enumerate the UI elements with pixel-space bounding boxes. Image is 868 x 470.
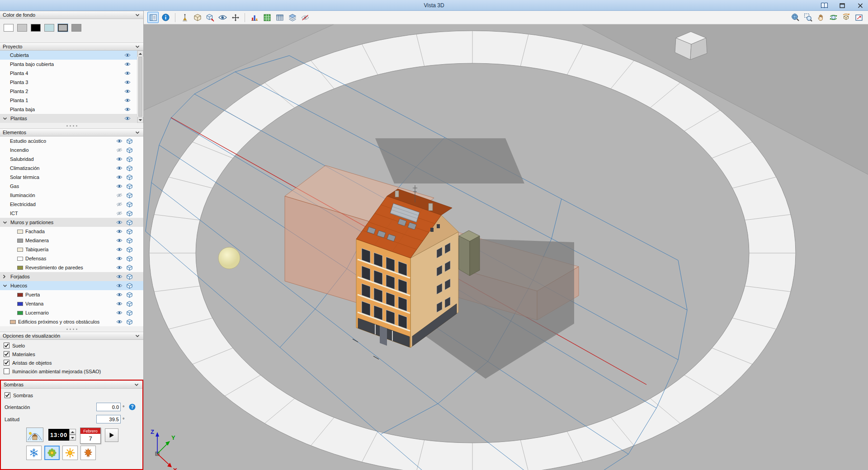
isolate-3d-cube-icon[interactable] <box>127 165 132 171</box>
background-swatch[interactable] <box>17 24 27 32</box>
hide-elements-icon[interactable] <box>299 12 311 23</box>
display-option-suelo[interactable]: Suelo <box>0 341 143 350</box>
latitude-input[interactable] <box>96 415 121 423</box>
visibility-eye-icon[interactable] <box>116 292 123 297</box>
green-plan-icon[interactable] <box>261 12 273 23</box>
splitter-handle[interactable] <box>0 123 143 128</box>
visibility-eye-icon[interactable] <box>116 139 123 143</box>
tree-group-muros-y-particiones[interactable]: Muros y particiones <box>0 218 143 227</box>
pan-hand-icon[interactable] <box>815 12 826 23</box>
autumn-season-button[interactable] <box>80 446 96 460</box>
box-select-icon[interactable] <box>204 12 216 23</box>
section-header-elements[interactable]: Elementos <box>0 128 143 136</box>
display-option-iluminacion-ambiental-mejorada-ssao[interactable]: Iluminación ambiental mejorada (SSAO) <box>0 367 143 376</box>
scroll-up-icon[interactable] <box>137 51 143 56</box>
visibility-eye-icon[interactable] <box>116 166 123 170</box>
isolate-3d-cube-icon[interactable] <box>127 247 132 253</box>
tree-item-edificios-proximos-y-otros-obstaculos[interactable]: Edificios próximos y otros obstáculos <box>0 317 143 326</box>
box-3d-icon[interactable] <box>192 12 203 23</box>
isolate-3d-cube-icon[interactable] <box>127 202 132 207</box>
section-header-background-color[interactable]: Color de fondo <box>0 11 143 19</box>
tree-item-climatizacion[interactable]: Climatización <box>0 164 143 173</box>
visibility-eye-icon[interactable] <box>124 98 131 103</box>
visibility-eye-icon[interactable] <box>116 157 123 161</box>
visibility-eye-off-icon[interactable] <box>116 148 123 152</box>
tree-item-defensas[interactable]: Defensas <box>0 254 143 263</box>
background-swatch[interactable] <box>71 24 81 32</box>
tree-item-lucernario[interactable]: Lucernario <box>0 308 143 317</box>
visibility-eye-off-icon[interactable] <box>116 202 123 207</box>
visibility-eye-icon[interactable] <box>116 265 123 270</box>
isolate-3d-cube-icon[interactable] <box>127 174 132 180</box>
tree-item-planta-baja[interactable]: Planta baja <box>0 105 143 114</box>
tree-item-electricidad[interactable]: Electricidad <box>0 200 143 209</box>
tree-item-salubridad[interactable]: Salubridad <box>0 155 143 164</box>
chevron-right-icon[interactable] <box>3 274 8 279</box>
isolate-3d-cube-icon[interactable] <box>127 292 132 298</box>
visibility-eye-icon[interactable] <box>116 310 123 315</box>
visibility-eye-icon[interactable] <box>116 301 123 306</box>
checkbox[interactable] <box>4 360 9 366</box>
checkbox[interactable] <box>4 351 9 357</box>
chevron-down-icon[interactable] <box>134 383 139 386</box>
visibility-eye-icon[interactable] <box>116 256 123 261</box>
visibility-eye-icon[interactable] <box>124 80 131 85</box>
isolate-3d-cube-icon[interactable] <box>127 156 132 162</box>
isolate-3d-cube-icon[interactable] <box>127 147 132 153</box>
chevron-down-icon[interactable] <box>135 14 140 17</box>
isolate-3d-cube-icon[interactable] <box>127 211 132 216</box>
visibility-eye-icon[interactable] <box>124 53 131 57</box>
background-swatch[interactable] <box>31 24 41 32</box>
tree-group-plantas[interactable]: Plantas <box>0 114 143 123</box>
chevron-down-icon[interactable] <box>3 117 8 120</box>
isolate-3d-cube-icon[interactable] <box>127 301 132 307</box>
visibility-eye-icon[interactable] <box>116 220 123 225</box>
info-icon[interactable] <box>160 12 171 23</box>
date-card[interactable]: Febrero 7 <box>80 428 101 444</box>
tree-item-planta-3[interactable]: Planta 3 <box>0 78 143 87</box>
chevron-down-icon[interactable] <box>3 284 8 287</box>
results-columns-icon[interactable] <box>249 12 260 23</box>
isolate-3d-cube-icon[interactable] <box>127 274 132 280</box>
tree-item-cubierta[interactable]: Cubierta <box>0 51 143 60</box>
chevron-down-icon[interactable] <box>3 221 8 224</box>
section-header-shadows[interactable]: Sombras <box>1 381 142 389</box>
help-icon[interactable]: ? <box>129 404 139 410</box>
display-option-aristas-de-objetos[interactable]: Aristas de objetos <box>0 358 143 367</box>
tree-item-planta-2[interactable]: Planta 2 <box>0 87 143 96</box>
isolate-3d-cube-icon[interactable] <box>127 193 132 198</box>
chevron-down-icon[interactable] <box>135 334 140 338</box>
visibility-eye-icon[interactable] <box>124 107 131 112</box>
isolate-3d-cube-icon[interactable] <box>127 229 132 235</box>
checkbox[interactable] <box>4 368 9 374</box>
tree-item-planta-1[interactable]: Planta 1 <box>0 96 143 105</box>
visibility-eye-icon[interactable] <box>124 116 131 121</box>
spinner-up-icon[interactable] <box>69 429 76 435</box>
play-button[interactable] <box>105 428 118 442</box>
table-icon[interactable] <box>274 12 285 23</box>
background-swatch[interactable] <box>4 24 14 32</box>
isolate-3d-cube-icon[interactable] <box>127 220 132 226</box>
viewport-3d[interactable]: Z Y X <box>144 24 868 470</box>
close-icon[interactable] <box>855 1 865 9</box>
visibility-eye-icon[interactable] <box>124 62 131 66</box>
sun-sphere[interactable] <box>218 247 240 269</box>
tree-group-huecos[interactable]: Huecos <box>0 281 143 290</box>
plumb-line-icon[interactable] <box>179 12 190 23</box>
visibility-eye-icon[interactable] <box>116 184 123 188</box>
tree-item-ict[interactable]: ICT <box>0 209 143 218</box>
isolate-3d-cube-icon[interactable] <box>127 238 132 244</box>
full-window-icon[interactable] <box>853 12 864 23</box>
background-swatch[interactable] <box>58 24 68 32</box>
visibility-eye-icon[interactable] <box>116 283 123 288</box>
visibility-eye-icon[interactable] <box>116 175 123 179</box>
winter-season-button[interactable] <box>26 446 42 460</box>
orbit-icon[interactable] <box>828 12 839 23</box>
zoom-window-icon[interactable] <box>802 12 814 23</box>
isolate-3d-cube-icon[interactable] <box>127 283 132 289</box>
visibility-icon[interactable] <box>217 12 228 23</box>
display-option-materiales[interactable]: Materiales <box>0 350 143 358</box>
tree-item-ventana[interactable]: Ventana <box>0 299 143 308</box>
tree-item-fachada[interactable]: Fachada <box>0 227 143 236</box>
rotate-view-icon[interactable] <box>840 12 852 23</box>
